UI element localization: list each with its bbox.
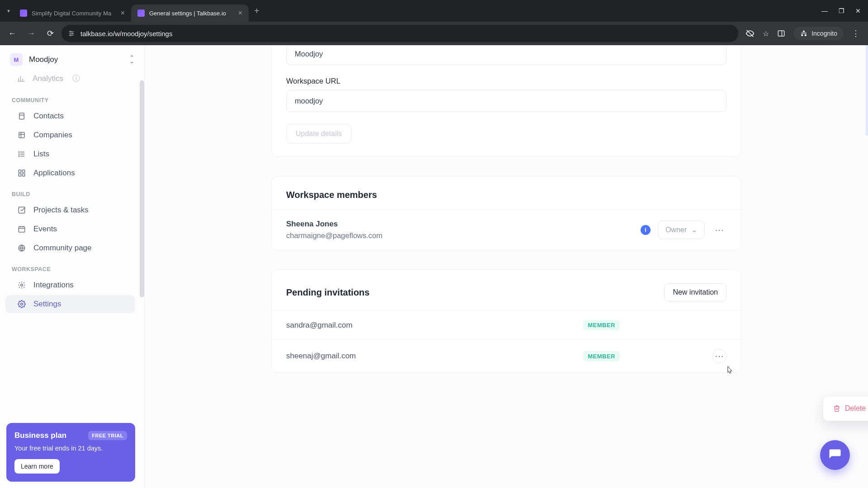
contacts-icon xyxy=(17,112,26,120)
svg-rect-22 xyxy=(19,174,21,176)
browser-tab[interactable]: Simplify Digital Community Ma × xyxy=(14,5,131,22)
sidebar-item-integrations[interactable]: Integrations xyxy=(5,276,135,294)
role-label: Owner xyxy=(665,226,687,234)
svg-rect-25 xyxy=(19,227,25,232)
svg-rect-21 xyxy=(23,170,25,172)
learn-more-button[interactable]: Learn more xyxy=(14,459,60,474)
workspace-members-card: Workspace members Sheena Jones charmaign… xyxy=(271,176,741,250)
integrations-icon xyxy=(17,281,26,289)
workspace-switcher[interactable]: M Moodjoy ⌃⌄ xyxy=(0,45,144,72)
workspace-avatar: M xyxy=(10,53,23,66)
site-settings-icon[interactable] xyxy=(68,30,75,37)
svg-point-4 xyxy=(72,33,73,34)
sidebar-item-companies[interactable]: Companies xyxy=(5,126,135,144)
lists-icon xyxy=(17,150,26,158)
workspace-url-input[interactable]: moodjoy xyxy=(286,90,726,112)
sidebar-item-label: Integrations xyxy=(33,281,74,290)
bookmark-icon[interactable]: ☆ xyxy=(763,29,769,38)
sidebar-item-label: Analytics xyxy=(33,74,63,83)
invitation-email: sandra@gmail.com xyxy=(286,321,576,330)
invitation-row: sheenaj@gmail.com MEMBER ⋯ xyxy=(272,340,741,372)
svg-point-19 xyxy=(19,156,19,157)
reload-button[interactable]: ⟳ xyxy=(42,26,58,41)
back-button[interactable]: ← xyxy=(5,26,20,41)
sidebar-item-lists[interactable]: Lists xyxy=(5,145,135,163)
sidebar-scrollbar[interactable] xyxy=(140,80,144,297)
globe-icon xyxy=(17,244,26,252)
tab-search-dropdown[interactable]: ▾ xyxy=(4,8,14,14)
sidebar-item-label: Community page xyxy=(33,244,92,253)
main-content: Moodjoy Workspace URL moodjoy Update det… xyxy=(145,45,868,488)
invitation-row: sandra@gmail.com MEMBER xyxy=(272,311,741,339)
sidebar-item-label: Projects & tasks xyxy=(33,206,89,215)
invitation-actions-popover: Delete invitation xyxy=(823,396,868,421)
sidebar-item-settings[interactable]: Settings xyxy=(5,295,135,313)
address-bar[interactable]: talkbase.io/w/moodjoy/settings xyxy=(61,25,738,42)
close-icon[interactable]: × xyxy=(121,9,125,17)
minimize-icon[interactable]: — xyxy=(821,7,828,14)
sidebar-section-label: BUILD xyxy=(0,183,141,200)
promo-subtitle: Your free trial ends in 21 days. xyxy=(14,445,127,452)
browser-menu-icon[interactable]: ⋮ xyxy=(852,28,860,38)
incognito-indicator[interactable]: Incognito xyxy=(793,27,844,40)
sidebar-item-community-page[interactable]: Community page xyxy=(5,239,135,257)
sidebar-item-projects[interactable]: Projects & tasks xyxy=(5,201,135,219)
incognito-icon xyxy=(800,29,808,38)
sidebar-item-label: Events xyxy=(33,225,57,234)
tab-favicon xyxy=(20,9,27,17)
new-tab-button[interactable]: + xyxy=(249,6,265,16)
chevron-down-icon: ⌄ xyxy=(691,225,697,234)
svg-rect-20 xyxy=(19,170,21,172)
update-details-button[interactable]: Update details xyxy=(286,124,351,144)
sidebar-item-label: Settings xyxy=(33,300,61,309)
browser-toolbar: ← → ⟳ talkbase.io/w/moodjoy/settings ☆ I… xyxy=(0,22,868,45)
maximize-icon[interactable]: ❐ xyxy=(839,7,844,14)
sidebar-item-events[interactable]: Events xyxy=(5,220,135,238)
browser-tab[interactable]: General settings | Talkbase.io × xyxy=(131,5,249,22)
trial-promo-card: Business plan FREE TRIAL Your free trial… xyxy=(6,423,135,482)
companies-icon xyxy=(17,131,26,139)
sidebar-item-analytics[interactable]: Analytics ⓘ xyxy=(5,73,135,88)
sidebar-item-applications[interactable]: Applications xyxy=(5,164,135,182)
sidebar-item-contacts[interactable]: Contacts xyxy=(5,107,135,125)
info-icon: ⓘ xyxy=(72,73,80,84)
member-email: charmaigne@pageflows.com xyxy=(286,231,633,240)
panel-icon[interactable] xyxy=(777,29,785,38)
svg-point-3 xyxy=(70,31,71,33)
analytics-icon xyxy=(17,75,25,83)
member-name: Sheena Jones xyxy=(286,220,633,229)
role-badge: MEMBER xyxy=(583,351,620,361)
close-icon[interactable]: × xyxy=(238,9,242,17)
projects-icon xyxy=(17,206,26,214)
tab-title: General settings | Talkbase.io xyxy=(149,10,234,17)
delete-invitation-button[interactable]: Delete invitation xyxy=(827,400,868,417)
sidebar-item-label: Contacts xyxy=(33,112,64,121)
member-actions-button[interactable]: ⋯ xyxy=(712,223,726,237)
incognito-label: Incognito xyxy=(811,30,837,37)
applications-icon xyxy=(17,169,26,177)
close-window-icon[interactable]: ✕ xyxy=(855,7,861,14)
workspace-name-input[interactable]: Moodjoy xyxy=(286,45,726,65)
page-scrollbar[interactable] xyxy=(866,45,868,136)
trash-icon xyxy=(833,405,840,412)
sidebar-section-label: WORKSPACE xyxy=(0,258,141,275)
tracking-off-icon[interactable] xyxy=(745,29,755,38)
role-badge: MEMBER xyxy=(583,320,620,330)
chat-fab[interactable] xyxy=(820,440,850,470)
role-select[interactable]: Owner ⌄ xyxy=(658,221,705,239)
workspace-name: Moodjoy xyxy=(29,55,123,64)
tab-title: Simplify Digital Community Ma xyxy=(32,10,116,17)
invitation-actions-button[interactable]: ⋯ xyxy=(712,349,726,363)
svg-rect-11 xyxy=(19,132,24,138)
browser-tab-strip: ▾ Simplify Digital Community Ma × Genera… xyxy=(0,0,868,22)
promo-title: Business plan xyxy=(14,431,66,440)
new-invitation-button[interactable]: New invitation xyxy=(664,283,726,301)
info-icon[interactable]: i xyxy=(641,225,651,235)
field-label: Workspace URL xyxy=(272,77,741,90)
events-icon xyxy=(17,225,26,233)
tab-favicon xyxy=(137,9,145,17)
svg-rect-7 xyxy=(778,31,784,36)
forward-button[interactable]: → xyxy=(24,26,39,41)
svg-point-18 xyxy=(19,154,19,155)
window-controls: — ❐ ✕ xyxy=(821,7,864,14)
